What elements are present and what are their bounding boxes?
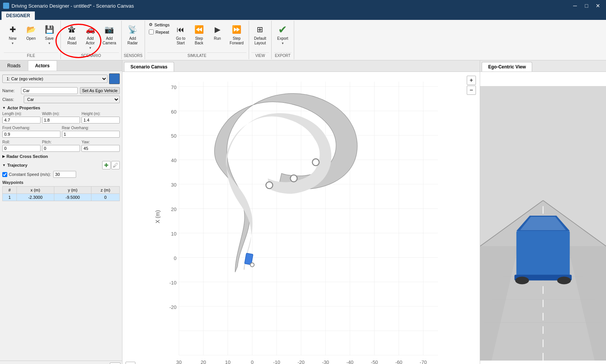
- step-back-label: StepBack: [195, 36, 203, 46]
- file-group: ✚ New ▼ 📂 Open 💾 Save ▼ FILE: [2, 21, 61, 59]
- new-button[interactable]: ✚ New ▼: [4, 21, 21, 47]
- app-icon: [3, 3, 9, 9]
- step-forward-icon: ⏩: [231, 23, 243, 36]
- zoom-out-button[interactable]: −: [467, 86, 476, 95]
- add-road-label: AddRoad: [67, 36, 77, 46]
- svg-text:50: 50: [171, 133, 176, 139]
- svg-text:-40: -40: [347, 359, 354, 364]
- new-icon: ✚: [7, 23, 19, 36]
- const-speed-input[interactable]: [53, 171, 76, 178]
- svg-text:60: 60: [171, 109, 176, 115]
- roll-input[interactable]: [2, 145, 41, 152]
- repeat-checkbox[interactable]: [149, 29, 154, 34]
- waypoints-table: # x (m) y (m) z (m) 1 -2.3000 -9.5000 0: [2, 186, 120, 201]
- add-radar-button[interactable]: 📡 AddRadar: [124, 21, 142, 47]
- scenario-svg[interactable]: 70 60 50 40 30 20 10 0 -10 -20 X (m) 20 …: [122, 72, 480, 364]
- waypoint-3[interactable]: [312, 159, 319, 166]
- rear-overhang-input[interactable]: [62, 131, 120, 138]
- panel-content: 1: Car (ego vehicle) Name: Set As Ego Ve…: [0, 71, 122, 361]
- actor-color-swatch[interactable]: [109, 73, 120, 84]
- add-actor-label: AddActor: [86, 36, 94, 46]
- step-forward-label: StepForward: [230, 36, 244, 46]
- scenario-canvas-tab[interactable]: Scenario Canvas: [124, 62, 174, 72]
- length-group: Length (m):: [2, 112, 41, 123]
- waypoints-section: Waypoints # x (m) y (m) z (m) 1 -2.: [2, 180, 120, 201]
- pitch-input[interactable]: [42, 145, 80, 152]
- const-speed-checkbox[interactable]: [2, 172, 7, 177]
- canvas-tab-bar: Scenario Canvas: [122, 60, 480, 72]
- step-back-icon: ⏪: [193, 23, 205, 36]
- yaw-group: Yaw:: [81, 140, 120, 152]
- settings-item[interactable]: ⚙ Settings: [147, 21, 171, 28]
- col-num: #: [3, 187, 17, 194]
- length-label: Length (m):: [2, 112, 41, 116]
- cell-x: -2.3000: [17, 194, 54, 201]
- designer-tab[interactable]: DESIGNER: [2, 11, 35, 20]
- name-input[interactable]: [21, 87, 78, 94]
- const-speed-text: Constant Speed (m/s):: [9, 172, 51, 177]
- table-row[interactable]: 1 -2.3000 -9.5000 0: [3, 194, 120, 201]
- default-layout-button[interactable]: ⊞ DefaultLayout: [251, 21, 269, 47]
- delete-actor-button[interactable]: 🗑: [110, 362, 121, 364]
- step-forward-button[interactable]: ⏩ StepForward: [227, 21, 246, 47]
- ribbon-content: ✚ New ▼ 📂 Open 💾 Save ▼ FILE: [0, 20, 606, 60]
- waypoint-2[interactable]: [290, 175, 297, 182]
- panel-footer: 🗑: [0, 361, 122, 364]
- add-actor-button[interactable]: 🚗 AddActor ▼: [81, 21, 99, 52]
- run-button[interactable]: ▶ Run: [209, 21, 226, 43]
- col-y: y (m): [54, 187, 91, 194]
- ego-view-svg: [480, 72, 606, 364]
- maximize-button[interactable]: □: [582, 2, 591, 10]
- class-row: Class: Car Truck Bicycle Pedestrian: [2, 96, 120, 103]
- svg-text:0: 0: [174, 255, 176, 261]
- width-input[interactable]: [42, 117, 80, 123]
- scenario-group-label: SCENARIO: [63, 52, 119, 58]
- radar-section-header[interactable]: ▶ Radar Cross Section: [2, 154, 120, 159]
- vehicle-waypoint[interactable]: [250, 263, 254, 266]
- add-waypoint-button[interactable]: ✚: [102, 161, 111, 169]
- export-group: ✔ Export ▼ EXPORT: [272, 21, 294, 59]
- svg-text:70: 70: [171, 84, 176, 90]
- repeat-item[interactable]: Repeat: [147, 29, 171, 35]
- add-camera-button[interactable]: 📷 AddCamera: [100, 21, 119, 47]
- radar-arrow: ▶: [2, 154, 5, 158]
- name-label: Name:: [2, 88, 19, 93]
- minimize-button[interactable]: ─: [570, 2, 580, 10]
- set-ego-button[interactable]: Set As Ego Vehicle: [80, 87, 120, 94]
- yaw-input[interactable]: [81, 145, 120, 152]
- goto-start-icon: ⏮: [174, 23, 187, 36]
- add-road-icon: 🛣: [66, 23, 78, 36]
- ego-centric-tab[interactable]: Ego-Centric View: [482, 62, 532, 72]
- save-button[interactable]: 💾 Save ▼: [41, 21, 58, 47]
- actor-properties-header[interactable]: ▼ Actor Properties: [2, 106, 120, 110]
- zoom-in-button[interactable]: +: [467, 76, 476, 85]
- delete-waypoint-button[interactable]: 🖊: [111, 161, 120, 169]
- svg-text:-20: -20: [298, 359, 305, 364]
- add-road-button[interactable]: 🛣 AddRoad: [63, 21, 81, 47]
- height-input[interactable]: [81, 117, 120, 123]
- export-button[interactable]: ✔ Export ▼: [274, 21, 292, 47]
- window-controls: ─ □ ✕: [570, 2, 603, 10]
- add-actor-chevron: ▼: [89, 46, 92, 50]
- front-overhang-input[interactable]: [2, 131, 60, 138]
- canvas-settings-button[interactable]: ⚙: [125, 362, 135, 364]
- trajectory-toggle[interactable]: ▼ Trajectory: [2, 163, 28, 167]
- waypoint-1[interactable]: [266, 182, 273, 188]
- step-back-button[interactable]: ⏪ StepBack: [190, 21, 208, 47]
- simulate-group-label: SIMULATE: [147, 52, 246, 58]
- tab-actors[interactable]: Actors: [28, 60, 57, 71]
- canvas-content[interactable]: 70 60 50 40 30 20 10 0 -10 -20 X (m) 20 …: [122, 72, 480, 364]
- ribbon-tab-bar: DESIGNER: [0, 11, 606, 20]
- class-select[interactable]: Car Truck Bicycle Pedestrian: [24, 96, 120, 103]
- run-label: Run: [214, 36, 221, 41]
- cell-num: 1: [3, 194, 17, 201]
- open-label: Open: [26, 36, 36, 41]
- length-input[interactable]: [2, 117, 41, 123]
- actor-dropdown[interactable]: 1: Car (ego vehicle): [2, 75, 108, 83]
- svg-text:30: 30: [176, 359, 182, 364]
- goto-start-button[interactable]: ⏮ Go toStart: [172, 21, 189, 47]
- close-button[interactable]: ✕: [593, 2, 603, 10]
- tab-roads[interactable]: Roads: [0, 60, 28, 71]
- height-label: Height (m):: [81, 112, 120, 116]
- open-button[interactable]: 📂 Open: [22, 21, 40, 43]
